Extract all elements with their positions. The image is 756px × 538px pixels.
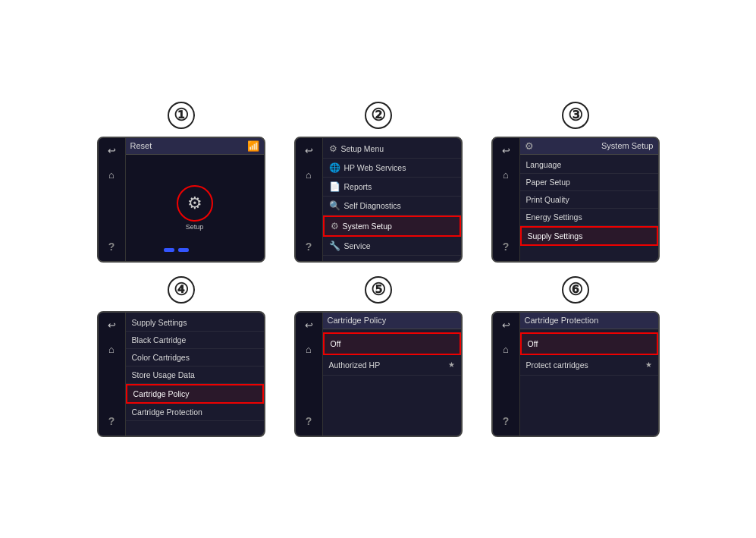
topbar-label-5: Cartridge Policy <box>328 316 387 325</box>
menu-item-setup-menu[interactable]: ⚙ Setup Menu <box>323 140 461 159</box>
menu-item-off-6[interactable]: Off <box>520 332 658 355</box>
menu-item-paper-setup-label: Paper Setup <box>526 178 570 187</box>
topbar-label-1: Reset <box>130 141 152 150</box>
gear-glyph: ⚙ <box>187 193 202 213</box>
screen-6-topbar: Cartridge Protection <box>520 313 658 329</box>
screen-1-topbar: Reset 📶 <box>126 138 264 155</box>
menu-item-cartridge-protection[interactable]: Cartridge Protection <box>126 404 264 421</box>
menu-item-reports-label: Reports <box>344 182 372 191</box>
menu-item-language[interactable]: Language <box>520 156 658 174</box>
system-setup-icon: ⚙ <box>331 221 339 231</box>
screen-3: ↩ ⌂ ? ⚙ System Setup Language Paper Se <box>491 137 660 263</box>
setup-circle-icon[interactable]: ⚙ <box>177 185 213 222</box>
back-icon-6[interactable]: ↩ <box>497 317 514 334</box>
home-icon-2[interactable]: ⌂ <box>300 167 317 184</box>
reports-icon: 📄 <box>329 181 340 192</box>
step-1-label: ① <box>168 102 195 129</box>
menu-item-supply-settings-label: Supply Settings <box>528 231 583 241</box>
dot-1 <box>164 248 174 252</box>
off-6-label: Off <box>528 339 538 348</box>
screen-4-content: Supply Settings Black Cartridge Color Ca… <box>126 313 264 436</box>
menu-item-print-quality[interactable]: Print Quality <box>520 191 658 209</box>
menu-item-cartridge-policy[interactable]: Cartridge Policy <box>126 384 264 404</box>
step-4-label: ④ <box>168 276 195 304</box>
cartridge-protection-label: Cartridge Protection <box>132 407 202 417</box>
sidebar-6: ↩ ⌂ ? <box>493 313 520 436</box>
help-icon-4[interactable]: ? <box>103 413 120 429</box>
help-icon[interactable]: ? <box>103 238 120 255</box>
menu-item-color-cartridges[interactable]: Color Cartridges <box>126 349 264 367</box>
step-3-label: ③ <box>562 102 589 129</box>
menu-item-supply-settings[interactable]: Supply Settings <box>520 226 658 246</box>
wifi-icon: 📶 <box>247 140 259 152</box>
menu-item-off-5[interactable]: Off <box>323 332 461 355</box>
back-icon[interactable]: ↩ <box>103 143 120 159</box>
back-icon-4[interactable]: ↩ <box>103 317 120 334</box>
home-icon-6[interactable]: ⌂ <box>497 341 514 358</box>
self-diag-icon: 🔍 <box>329 200 340 211</box>
bottom-row: ④ ↩ ⌂ ? Supply Settings Black Cartridge <box>97 276 660 437</box>
cartridge-policy-label: Cartridge Policy <box>133 389 190 398</box>
setup-text: Setup <box>186 223 204 231</box>
color-cartridges-label: Color Cartridges <box>132 353 190 362</box>
menu-item-self-diag[interactable]: 🔍 Self Diagnostics <box>323 197 461 216</box>
back-icon-5[interactable]: ↩ <box>300 317 317 334</box>
dots-row <box>164 248 189 252</box>
dot-2 <box>178 248 189 252</box>
menu-item-black-cartridge[interactable]: Black Cartridge <box>126 332 264 349</box>
menu-item-service[interactable]: 🔧 Service <box>323 237 461 256</box>
menu-item-service-label: Service <box>344 241 371 250</box>
help-icon-3[interactable]: ? <box>497 238 514 255</box>
screen-5: ↩ ⌂ ? Cartridge Policy Off Authorized HP <box>294 311 463 437</box>
menu-6: Off Protect cartridges ★ <box>520 329 658 436</box>
menu-item-supply-settings-2[interactable]: Supply Settings <box>126 314 264 332</box>
screen-2: ↩ ⌂ ? ⚙ Setup Menu 🌐 HP Web Services <box>294 137 463 263</box>
menu-item-system-setup[interactable]: ⚙ System Setup <box>323 216 461 237</box>
screen-1-content: Reset 📶 ⚙ Setup <box>126 138 264 261</box>
sidebar-5: ↩ ⌂ ? <box>296 313 323 436</box>
step-2-label: ② <box>365 102 392 129</box>
step-6-label: ⑥ <box>562 276 589 304</box>
menu-item-authorized-hp[interactable]: Authorized HP ★ <box>323 355 461 376</box>
back-icon-2[interactable]: ↩ <box>300 143 317 159</box>
home-icon-3[interactable]: ⌂ <box>497 167 514 184</box>
screen-3-content: ⚙ System Setup Language Paper Setup Prin… <box>520 138 658 261</box>
home-icon-4[interactable]: ⌂ <box>103 341 120 358</box>
authorized-hp-label: Authorized HP <box>329 360 381 370</box>
help-icon-6[interactable]: ? <box>497 413 514 429</box>
screen-6: ↩ ⌂ ? Cartridge Protection Off Protect c… <box>491 311 660 437</box>
supply-settings-2-label: Supply Settings <box>132 318 187 327</box>
system-setup-topbar-icon: ⚙ <box>525 140 534 152</box>
home-icon-5[interactable]: ⌂ <box>300 341 317 358</box>
menu-item-setup-menu-label: Setup Menu <box>341 144 384 153</box>
off-5-label: Off <box>331 339 341 348</box>
menu-item-energy-settings[interactable]: Energy Settings <box>520 209 658 226</box>
top-row: ① ↩ ⌂ ? Reset 📶 ⚙ <box>97 102 660 263</box>
store-usage-label: Store Usage Data <box>132 370 195 379</box>
step-5-label: ⑤ <box>365 276 392 304</box>
menu-item-print-quality-label: Print Quality <box>526 195 569 204</box>
service-icon: 🔧 <box>329 241 340 251</box>
home-icon[interactable]: ⌂ <box>103 167 120 184</box>
menu-2: ⚙ Setup Menu 🌐 HP Web Services 📄 Reports <box>323 138 461 261</box>
menu-item-paper-setup[interactable]: Paper Setup <box>520 174 658 191</box>
menu-item-reports[interactable]: 📄 Reports <box>323 178 461 197</box>
screen-1-container: ① ↩ ⌂ ? Reset 📶 ⚙ <box>97 102 265 263</box>
setup-home: ⚙ Setup <box>126 155 264 261</box>
screen-2-container: ② ↩ ⌂ ? ⚙ Setup Menu 🌐 HP Web <box>294 102 463 263</box>
menu-item-hp-web[interactable]: 🌐 HP Web Services <box>323 159 461 178</box>
screen-3-topbar: ⚙ System Setup <box>520 138 658 155</box>
help-icon-5[interactable]: ? <box>300 413 317 429</box>
screen-2-content: ⚙ Setup Menu 🌐 HP Web Services 📄 Reports <box>323 138 461 261</box>
screen-5-container: ⑤ ↩ ⌂ ? Cartridge Policy Off <box>294 276 463 437</box>
menu-item-protect-cartridges[interactable]: Protect cartridges ★ <box>520 355 658 376</box>
sidebar-1: ↩ ⌂ ? <box>99 138 126 261</box>
menu-item-store-usage[interactable]: Store Usage Data <box>126 367 264 384</box>
screen-1: ↩ ⌂ ? Reset 📶 ⚙ Setup <box>97 137 265 263</box>
hp-web-icon: 🌐 <box>329 162 340 173</box>
back-icon-3[interactable]: ↩ <box>497 143 514 159</box>
menu-4: Supply Settings Black Cartridge Color Ca… <box>126 313 264 436</box>
help-icon-2[interactable]: ? <box>300 238 317 255</box>
topbar-label-6: Cartridge Protection <box>525 316 599 325</box>
screen-6-content: Cartridge Protection Off Protect cartrid… <box>520 313 658 436</box>
